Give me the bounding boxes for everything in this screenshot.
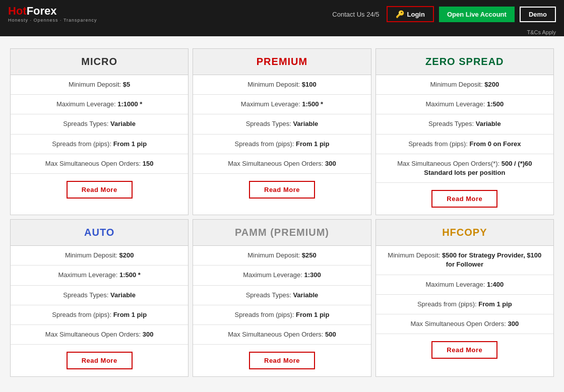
micro-spreads-types: Spreads Types: Variable bbox=[11, 114, 188, 134]
header-right: Contact Us 24/5 🔑 Login Open Live Accoun… bbox=[332, 6, 556, 22]
card-hfcopy: HFCOPY Minimum Deposit: $500 for Strateg… bbox=[375, 219, 554, 377]
pamm-read-more-button[interactable]: Read More bbox=[249, 352, 315, 369]
zerospread-read-more-button[interactable]: Read More bbox=[431, 190, 497, 208]
main-content: MICRO Minimum Deposit: $5 Maximum Levera… bbox=[0, 36, 564, 389]
key-icon: 🔑 bbox=[396, 10, 404, 18]
pamm-max-leverage: Maximum Leverage: 1:300 bbox=[193, 266, 370, 285]
premium-read-more-button[interactable]: Read More bbox=[249, 181, 315, 199]
card-title-pamm: PAMM (PREMIUM) bbox=[235, 227, 329, 238]
premium-spreads-types: Spreads Types: Variable bbox=[193, 114, 370, 134]
auto-read-more-container: Read More bbox=[11, 345, 188, 376]
micro-spreads-from: Spreads from (pips): From 1 pip bbox=[11, 135, 188, 154]
card-auto: AUTO Minimum Deposit: $200 Maximum Lever… bbox=[10, 219, 189, 377]
zerospread-read-more-container: Read More bbox=[376, 183, 553, 215]
zerospread-min-deposit: Minimum Deposit: $200 bbox=[376, 75, 553, 95]
hfcopy-spreads-types: Spreads from (pips): From 1 pip bbox=[376, 295, 553, 314]
logo-tagline: Honesty · Openness · Transparency bbox=[8, 18, 97, 23]
zerospread-spreads-types: Spreads Types: Variable bbox=[376, 114, 553, 134]
auto-max-orders: Max Simultaneous Open Orders: 300 bbox=[11, 325, 188, 345]
zerospread-max-leverage: Maximum Leverage: 1:500 bbox=[376, 95, 553, 114]
auto-spreads-types: Spreads Types: Variable bbox=[11, 286, 188, 305]
card-header-pamm: PAMM (PREMIUM) bbox=[193, 220, 370, 246]
micro-max-orders: Max Simultaneous Open Orders: 150 bbox=[11, 154, 188, 174]
pamm-spreads-from: Spreads from (pips): From 1 pip bbox=[193, 305, 370, 325]
micro-read-more-container: Read More bbox=[11, 174, 188, 206]
logo-forex: Forex bbox=[27, 5, 57, 17]
card-header-zerospread: ZERO SPREAD bbox=[376, 49, 553, 75]
pamm-spreads-types: Spreads Types: Variable bbox=[193, 286, 370, 305]
pamm-max-orders: Max Simultaneous Open Orders: 500 bbox=[193, 325, 370, 345]
micro-max-leverage: Maximum Leverage: 1:1000 * bbox=[11, 95, 188, 114]
hfcopy-read-more-button[interactable]: Read More bbox=[431, 341, 497, 359]
login-button[interactable]: 🔑 Login bbox=[387, 6, 434, 22]
card-header-hfcopy: HFCOPY bbox=[376, 220, 553, 246]
cards-grid: MICRO Minimum Deposit: $5 Maximum Levera… bbox=[8, 46, 556, 379]
card-title-auto: AUTO bbox=[84, 227, 114, 238]
zerospread-max-orders: Max Simultaneous Open Orders(*): 500 / (… bbox=[376, 154, 553, 183]
auto-max-leverage: Maximum Leverage: 1:500 * bbox=[11, 266, 188, 285]
logo: HotForex Honesty · Openness · Transparen… bbox=[8, 6, 97, 23]
card-header-auto: AUTO bbox=[11, 220, 188, 246]
micro-read-more-button[interactable]: Read More bbox=[67, 181, 133, 199]
hfcopy-min-deposit: Minimum Deposit: $500 for Strategy Provi… bbox=[376, 246, 553, 275]
card-premium: PREMIUM Minimum Deposit: $100 Maximum Le… bbox=[193, 48, 371, 215]
contact-label: Contact Us 24/5 bbox=[332, 11, 379, 18]
hfcopy-read-more-container: Read More bbox=[376, 334, 553, 366]
card-title-micro: MICRO bbox=[81, 56, 117, 67]
open-account-button[interactable]: Open Live Account bbox=[439, 7, 515, 22]
premium-max-leverage: Maximum Leverage: 1:500 * bbox=[193, 95, 370, 114]
demo-button[interactable]: Demo bbox=[520, 7, 556, 22]
zerospread-spreads-from: Spreads from (pips): From 0 on Forex bbox=[376, 135, 553, 154]
hfcopy-max-leverage: Maximum Leverage: 1:400 bbox=[376, 275, 553, 295]
logo-hot: Hot bbox=[8, 5, 27, 17]
pamm-min-deposit: Minimum Deposit: $250 bbox=[193, 246, 370, 266]
card-zerospread: ZERO SPREAD Minimum Deposit: $200 Maximu… bbox=[375, 48, 554, 215]
card-title-hfcopy: HFCOPY bbox=[442, 227, 487, 238]
auto-min-deposit: Minimum Deposit: $200 bbox=[11, 246, 188, 266]
premium-read-more-container: Read More bbox=[193, 174, 370, 206]
card-title-zerospread: ZERO SPREAD bbox=[425, 56, 504, 67]
hfcopy-spreads-from: Max Simultaneous Open Orders: 300 bbox=[376, 314, 553, 334]
header: HotForex Honesty · Openness · Transparen… bbox=[0, 0, 564, 28]
card-header-micro: MICRO bbox=[11, 49, 188, 75]
auto-read-more-button[interactable]: Read More bbox=[67, 352, 133, 369]
tcs-text: T&Cs Apply bbox=[0, 28, 564, 36]
login-label: Login bbox=[407, 11, 425, 18]
pamm-read-more-container: Read More bbox=[193, 345, 370, 376]
premium-max-orders: Max Simultaneous Open Orders: 300 bbox=[193, 154, 370, 174]
auto-spreads-from: Spreads from (pips): From 1 pip bbox=[11, 305, 188, 325]
card-pamm: PAMM (PREMIUM) Minimum Deposit: $250 Max… bbox=[193, 219, 371, 377]
premium-spreads-from: Spreads from (pips): From 1 pip bbox=[193, 135, 370, 154]
card-title-premium: PREMIUM bbox=[257, 56, 307, 67]
card-header-premium: PREMIUM bbox=[193, 49, 370, 75]
card-micro: MICRO Minimum Deposit: $5 Maximum Levera… bbox=[10, 48, 189, 215]
micro-min-deposit: Minimum Deposit: $5 bbox=[11, 75, 188, 95]
premium-min-deposit: Minimum Deposit: $100 bbox=[193, 75, 370, 95]
